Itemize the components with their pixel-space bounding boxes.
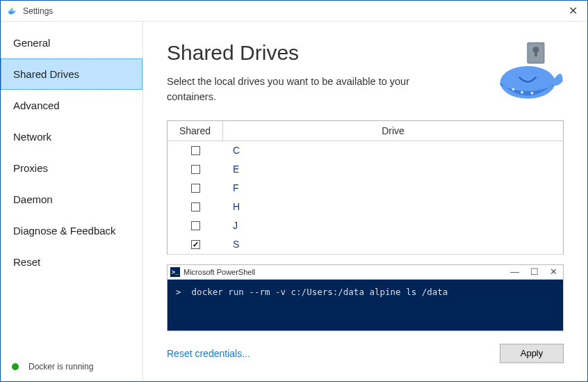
settings-window: Settings ✕ GeneralShared DrivesAdvancedN… (0, 0, 588, 382)
cell-drive: H (223, 201, 563, 212)
sidebar-item-label: General (13, 37, 50, 49)
share-checkbox-c[interactable] (191, 146, 200, 155)
share-checkbox-f[interactable] (191, 184, 200, 193)
col-header-drive: Drive (223, 121, 563, 141)
close-icon[interactable]: ✕ (566, 4, 580, 17)
table-row: H (168, 198, 563, 216)
sidebar-item-label: Network (13, 131, 51, 143)
sidebar-item-reset[interactable]: Reset (1, 246, 142, 278)
page-header: Shared Drives Select the local drives yo… (167, 41, 564, 105)
share-checkbox-e[interactable] (191, 165, 200, 174)
col-header-shared: Shared (168, 121, 223, 141)
sidebar: GeneralShared DrivesAdvancedNetworkProxi… (1, 22, 143, 381)
status-bar: Docker is running (1, 352, 142, 381)
cell-shared (168, 221, 223, 230)
cell-shared (168, 240, 223, 249)
cell-shared (168, 165, 223, 174)
footer: Reset credentials... Apply (167, 344, 564, 363)
cell-shared (168, 184, 223, 193)
table-header: Shared Drive (168, 121, 563, 141)
powershell-icon: >_ (170, 267, 180, 277)
cell-drive: S (223, 239, 563, 250)
apply-button[interactable]: Apply (500, 344, 564, 363)
window-body: GeneralShared DrivesAdvancedNetworkProxi… (1, 22, 587, 381)
sidebar-item-label: Reset (13, 256, 40, 268)
sidebar-item-proxies[interactable]: Proxies (1, 152, 142, 184)
svg-point-6 (521, 91, 523, 94)
share-checkbox-j[interactable] (191, 221, 200, 230)
sidebar-item-label: Daemon (13, 193, 53, 205)
table-row: F (168, 179, 563, 198)
sidebar-item-label: Advanced (13, 100, 60, 111)
cell-shared (168, 202, 223, 212)
terminal-title: Microsoft PowerShell (183, 268, 255, 276)
terminal-maximize-icon[interactable]: ☐ (530, 266, 539, 277)
cell-drive: F (223, 182, 563, 193)
table-row: J (168, 216, 563, 235)
status-text: Docker is running (28, 362, 93, 372)
svg-point-7 (531, 92, 534, 95)
sidebar-item-diagnose-feedback[interactable]: Diagnose & Feedback (1, 215, 142, 246)
page-title: Shared Drives (167, 41, 494, 65)
sidebar-item-network[interactable]: Network (1, 121, 142, 152)
page-subtitle: Select the local drives you want to be a… (167, 74, 431, 105)
titlebar: Settings ✕ (1, 1, 587, 22)
sidebar-item-shared-drives[interactable]: Shared Drives (1, 58, 142, 90)
sidebar-item-general[interactable]: General (1, 27, 142, 58)
terminal-output: > docker run --rm -v c:/Users:/data alpi… (167, 280, 564, 331)
cell-drive: C (223, 145, 563, 156)
share-checkbox-h[interactable] (191, 202, 200, 212)
cell-shared (168, 146, 223, 155)
sidebar-item-daemon[interactable]: Daemon (1, 184, 142, 215)
table-row: E (168, 160, 563, 179)
sidebar-item-advanced[interactable]: Advanced (1, 90, 142, 121)
terminal-close-icon[interactable]: ✕ (550, 266, 557, 277)
drives-table: Shared Drive CEFHJS (167, 120, 564, 255)
svg-rect-3 (534, 50, 537, 57)
window-title: Settings (23, 6, 566, 16)
terminal-titlebar: >_ Microsoft PowerShell — ☐ ✕ (167, 264, 564, 280)
share-checkbox-s[interactable] (191, 240, 200, 249)
content-pane: Shared Drives Select the local drives yo… (143, 22, 587, 381)
svg-point-5 (512, 88, 515, 90)
docker-icon (8, 6, 19, 17)
table-row: S (168, 235, 563, 254)
sidebar-item-label: Diagnose & Feedback (13, 225, 116, 237)
sidebar-item-label: Proxies (13, 162, 48, 174)
reset-credentials-link[interactable]: Reset credentials... (167, 348, 250, 359)
status-indicator-icon (12, 363, 19, 370)
table-row: C (168, 141, 563, 160)
docker-whale-icon (494, 41, 564, 104)
terminal-minimize-icon[interactable]: — (510, 266, 519, 277)
sidebar-item-label: Shared Drives (13, 68, 79, 80)
terminal-panel: >_ Microsoft PowerShell — ☐ ✕ > docker r… (167, 264, 564, 331)
cell-drive: E (223, 164, 563, 175)
cell-drive: J (223, 220, 563, 231)
